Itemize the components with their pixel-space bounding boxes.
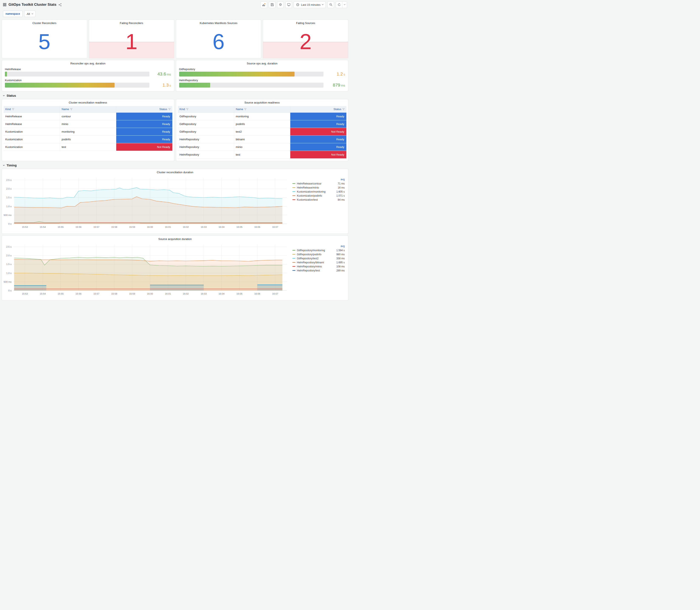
legend-item[interactable]: HelmRelease/minio16 ms xyxy=(292,186,345,190)
legend-item[interactable]: GitRepository/test2338 ms xyxy=(292,256,345,260)
section-timing[interactable]: Timing xyxy=(2,162,348,169)
column-header-status[interactable]: Status xyxy=(290,106,347,112)
cell-kind: HelmRelease xyxy=(4,120,60,128)
legend-item[interactable]: HelmRelease/contour71 ms xyxy=(292,181,345,186)
cell-name: test2 xyxy=(234,128,290,135)
clock-icon xyxy=(296,3,299,6)
gauge-value-unit: s xyxy=(169,83,171,87)
bar-gauge: HelmRepository879ms xyxy=(179,79,345,87)
svg-text:16:00: 16:00 xyxy=(147,226,153,228)
table-row: HelmReleaseminioReady xyxy=(4,120,172,128)
panel-title[interactable]: Cluster reconciliation duration xyxy=(2,169,348,175)
time-range-label: Last 15 minutes xyxy=(301,3,321,6)
column-header-label: Kind xyxy=(180,108,185,111)
legend-item[interactable]: Kustomization/monitoring1.605 s xyxy=(292,190,345,194)
legend-series-name: Kustomization/monitoring xyxy=(297,190,326,193)
cluster-reconciliation-plot[interactable]: 15:5315:5415:5515:5615:5715:5815:5916:00… xyxy=(2,176,290,229)
filter-icon[interactable] xyxy=(186,108,189,110)
tv-mode-button[interactable] xyxy=(286,1,292,8)
svg-text:16:03: 16:03 xyxy=(200,292,207,295)
cell-status: Not Ready xyxy=(116,143,172,151)
filter-icon[interactable] xyxy=(244,108,246,110)
gauge-value-number: 1.3 xyxy=(163,82,169,87)
column-header-kind[interactable]: Kind xyxy=(178,106,234,112)
series-color-swatch xyxy=(292,250,295,251)
cell-status: Ready xyxy=(290,135,347,143)
legend-item[interactable]: Kustomization/podinfo1.071 s xyxy=(292,194,345,198)
legend-series-avg: 1.695 s xyxy=(337,261,345,264)
add-panel-button[interactable] xyxy=(261,1,267,8)
source-acquisition-plot[interactable]: 15:5315:5415:5515:5615:5715:5815:5916:00… xyxy=(2,242,290,296)
refresh-button[interactable] xyxy=(336,1,342,8)
panel-title[interactable]: Source acquisition duration xyxy=(2,236,348,242)
table-row: KustomizationmonitoringReady xyxy=(4,128,172,135)
column-header-kind[interactable]: Kind xyxy=(4,106,60,112)
gauge-value-number: 1.2 xyxy=(337,71,343,76)
legend-avg-header: avg xyxy=(292,245,345,248)
cell-name: test xyxy=(60,143,116,151)
svg-text:15:53: 15:53 xyxy=(22,292,28,295)
filter-icon[interactable] xyxy=(342,108,345,110)
gauge-track xyxy=(5,83,149,87)
panel-title[interactable]: Reconciler ops avg. duration xyxy=(2,60,174,66)
share-icon[interactable] xyxy=(59,3,62,6)
svg-text:15:54: 15:54 xyxy=(40,226,46,228)
column-header-label: Status xyxy=(333,108,341,111)
refresh-interval-dropdown[interactable] xyxy=(342,1,347,8)
legend-series-name: HelmRelease/contour xyxy=(297,182,321,185)
column-header-status[interactable]: Status xyxy=(116,106,172,112)
table-header-row: KindNameStatus xyxy=(178,106,347,112)
zoom-out-button[interactable] xyxy=(327,1,334,8)
gauge-bar-fill xyxy=(5,83,115,87)
stat-value: 5 xyxy=(2,25,87,58)
panel-title[interactable]: Source acquisition readiness xyxy=(176,99,348,106)
filter-icon[interactable] xyxy=(12,108,14,110)
cell-name: test xyxy=(234,151,290,158)
legend-item[interactable]: HelmRepository/test289 ms xyxy=(292,269,345,272)
legend-item[interactable]: GitRepository/monitoring1.594 s xyxy=(292,248,345,252)
table-row: GitRepositorymonitoringReady xyxy=(178,112,347,120)
chevron-down-icon xyxy=(2,94,5,97)
bar-gauge: GitRepository1.2s xyxy=(179,68,345,77)
section-timing-label: Timing xyxy=(6,164,17,167)
filter-icon[interactable] xyxy=(168,108,170,110)
legend-item[interactable]: HelmRepository/minio108 ms xyxy=(292,264,345,269)
svg-text:15:55: 15:55 xyxy=(58,292,64,295)
legend-series-avg: 16 ms xyxy=(338,186,345,189)
stat-panel-2: Kubernetes Manifests Sources6 xyxy=(176,19,261,58)
table-row: KustomizationpodinfoReady xyxy=(4,135,172,143)
legend-item[interactable]: Kustomization/test84 ms xyxy=(292,198,345,202)
cell-status: Ready xyxy=(290,112,347,120)
legend-item[interactable]: HelmRepository/bitnami1.695 s xyxy=(292,260,345,264)
apps-icon[interactable] xyxy=(3,3,6,6)
panel-title[interactable]: Cluster reconciliation readiness xyxy=(2,99,174,106)
chevron-down-icon xyxy=(344,4,345,5)
legend-series-avg: 338 ms xyxy=(337,257,345,260)
status-badge: Ready xyxy=(290,113,346,120)
legend-series-avg: 1.594 s xyxy=(337,249,345,252)
dashboard-toolbar: ⚙ Last 15 minutes xyxy=(261,1,347,8)
svg-text:16:04: 16:04 xyxy=(218,226,224,228)
status-badge: Ready xyxy=(290,135,346,143)
svg-text:16:05: 16:05 xyxy=(237,226,243,228)
section-status[interactable]: Status xyxy=(2,92,348,99)
svg-text:15:56: 15:56 xyxy=(76,292,81,295)
column-header-name[interactable]: Name xyxy=(60,106,116,112)
time-range-picker[interactable]: Last 15 minutes xyxy=(294,1,326,8)
svg-text:0 s: 0 s xyxy=(8,289,12,292)
column-header-name[interactable]: Name xyxy=(234,106,290,112)
gauge-label: HelmRelease xyxy=(5,68,171,71)
variable-namespace-select[interactable]: All xyxy=(24,11,35,17)
cell-status: Ready xyxy=(116,120,172,128)
filter-icon[interactable] xyxy=(70,108,72,110)
legend-item[interactable]: GitRepository/podinfo980 ms xyxy=(292,252,345,256)
cell-kind: Kustomization xyxy=(4,128,60,135)
table-panel-1: Source acquisition readinessKindNameStat… xyxy=(176,99,348,161)
variable-namespace-value: All xyxy=(27,12,30,16)
panel-title[interactable]: Source ops avg. duration xyxy=(176,60,348,66)
gauge-value: 1.2s xyxy=(326,71,345,77)
save-dashboard-button[interactable] xyxy=(269,1,275,8)
table-row: HelmRepositorybitnamiReady xyxy=(178,135,347,143)
gauge-bar-fill xyxy=(179,83,210,87)
settings-button[interactable]: ⚙ xyxy=(277,1,284,8)
